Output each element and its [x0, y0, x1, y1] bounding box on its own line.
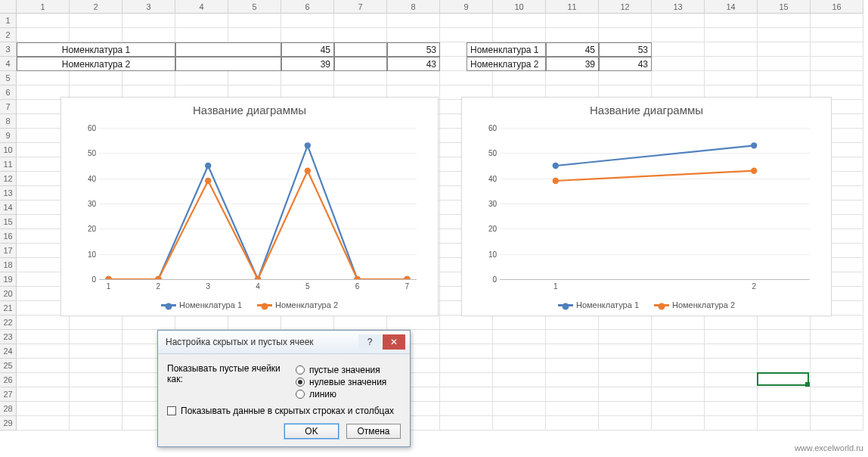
cell[interactable] — [811, 387, 863, 402]
cell[interactable] — [175, 14, 228, 28]
cell[interactable] — [811, 416, 863, 431]
cell[interactable] — [758, 28, 811, 42]
cell[interactable] — [652, 416, 705, 431]
col-header[interactable]: 8 — [387, 0, 440, 14]
cell[interactable] — [17, 402, 70, 416]
chart-right[interactable]: Название диаграммы 010203040506012 Номен… — [461, 97, 832, 316]
cell[interactable] — [811, 28, 863, 42]
cell[interactable] — [811, 57, 863, 71]
cell[interactable] — [599, 344, 652, 359]
cell[interactable] — [281, 71, 334, 85]
cell[interactable] — [17, 316, 70, 330]
cell[interactable] — [493, 71, 546, 85]
row-header[interactable]: 2 — [0, 28, 17, 42]
cell[interactable] — [652, 42, 705, 57]
cell[interactable] — [387, 28, 440, 42]
row-header[interactable]: 26 — [0, 373, 17, 387]
row-header[interactable]: 19 — [0, 272, 17, 287]
cell[interactable] — [70, 344, 122, 359]
data-cell[interactable]: 45 — [281, 42, 334, 57]
data-cell[interactable]: Номенклатура 1 — [17, 42, 175, 57]
cell[interactable] — [705, 71, 758, 85]
cell[interactable] — [652, 402, 705, 416]
cell[interactable] — [811, 316, 863, 330]
hidden-empty-cells-dialog[interactable]: Настройка скрытых и пустых ячеек ? ✕ Пок… — [157, 330, 411, 447]
cell[interactable] — [387, 14, 440, 28]
cell[interactable] — [122, 14, 175, 28]
cell[interactable] — [599, 359, 652, 373]
cell[interactable] — [70, 416, 122, 431]
cell[interactable] — [440, 344, 493, 359]
cell[interactable] — [440, 359, 493, 373]
cell[interactable] — [599, 373, 652, 387]
cell[interactable] — [652, 71, 705, 85]
cell[interactable] — [758, 330, 811, 344]
data-cell[interactable]: 45 — [546, 42, 599, 57]
cell[interactable] — [493, 402, 546, 416]
row-header[interactable]: 12 — [0, 172, 17, 186]
cell[interactable] — [705, 387, 758, 402]
cell[interactable] — [599, 28, 652, 42]
cell[interactable] — [652, 387, 705, 402]
col-header[interactable]: 6 — [281, 0, 334, 14]
cell[interactable] — [652, 316, 705, 330]
data-cell[interactable] — [175, 57, 281, 71]
data-cell[interactable]: Номенклатура 1 — [467, 42, 546, 57]
cell[interactable] — [17, 373, 70, 387]
cell[interactable] — [440, 316, 493, 330]
cell[interactable] — [281, 14, 334, 28]
cell[interactable] — [758, 359, 811, 373]
cell[interactable] — [334, 14, 387, 28]
cell[interactable] — [546, 416, 599, 431]
row-header[interactable]: 25 — [0, 359, 17, 373]
data-cell[interactable]: 43 — [599, 57, 652, 71]
col-header[interactable]: 2 — [70, 0, 122, 14]
cell[interactable] — [599, 316, 652, 330]
data-cell[interactable] — [334, 42, 387, 57]
cell[interactable] — [758, 42, 811, 57]
data-cell[interactable]: 39 — [281, 57, 334, 71]
cell[interactable] — [175, 316, 228, 330]
cell[interactable] — [334, 28, 387, 42]
col-header[interactable]: 9 — [440, 0, 493, 14]
cell[interactable] — [70, 28, 122, 42]
data-cell[interactable]: 39 — [546, 57, 599, 71]
cell[interactable] — [758, 402, 811, 416]
cell[interactable] — [705, 57, 758, 71]
row-header[interactable]: 28 — [0, 402, 17, 416]
cell[interactable] — [546, 316, 599, 330]
close-button[interactable]: ✕ — [383, 334, 405, 350]
cell[interactable] — [811, 373, 863, 387]
col-header[interactable]: 16 — [811, 0, 863, 14]
cell[interactable] — [652, 330, 705, 344]
cell[interactable] — [705, 42, 758, 57]
row-header[interactable]: 16 — [0, 229, 17, 244]
cell[interactable] — [440, 14, 493, 28]
cell[interactable] — [493, 344, 546, 359]
cell[interactable] — [811, 42, 863, 57]
cell[interactable] — [281, 316, 334, 330]
chart-left[interactable]: Название диаграммы 01020304050601234567 … — [60, 97, 439, 316]
row-header[interactable]: 10 — [0, 143, 17, 157]
row-header[interactable]: 17 — [0, 244, 17, 258]
row-header[interactable]: 4 — [0, 57, 17, 71]
cell[interactable] — [440, 330, 493, 344]
cell[interactable] — [758, 14, 811, 28]
cell[interactable] — [228, 14, 281, 28]
cell[interactable] — [811, 330, 863, 344]
cell[interactable] — [811, 344, 863, 359]
data-cell[interactable]: Номенклатура 2 — [467, 57, 546, 71]
cell[interactable] — [493, 373, 546, 387]
cell[interactable] — [546, 14, 599, 28]
cell[interactable] — [546, 387, 599, 402]
row-header[interactable]: 27 — [0, 387, 17, 402]
cell[interactable] — [17, 359, 70, 373]
cell[interactable] — [652, 57, 705, 71]
cell[interactable] — [17, 14, 70, 28]
cell[interactable] — [705, 359, 758, 373]
cell[interactable] — [546, 359, 599, 373]
data-cell[interactable] — [175, 42, 281, 57]
cell[interactable] — [599, 14, 652, 28]
cell[interactable] — [17, 416, 70, 431]
cell[interactable] — [705, 373, 758, 387]
